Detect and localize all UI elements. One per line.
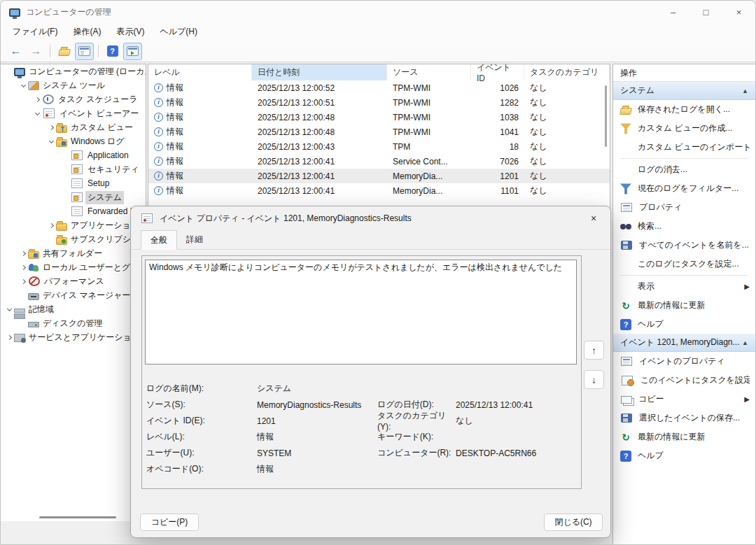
up-one-level-button[interactable]: [55, 43, 74, 60]
tree-item-application-log[interactable]: Application: [1, 148, 146, 162]
menu-view[interactable]: 表示(V): [108, 23, 152, 41]
event-row[interactable]: i情報 2025/12/13 12:00:48 TPM-WMI 1041 なし: [148, 125, 610, 139]
event-row[interactable]: i情報 2025/12/13 12:00:43 TPM 18 なし: [148, 139, 610, 154]
tree-item-computer-management[interactable]: コンピューターの管理 (ローカル): [1, 64, 146, 78]
chevron-right-icon[interactable]: [49, 125, 54, 129]
users-icon: [28, 262, 39, 273]
action-save-all-events[interactable]: すべてのイベントを名前を...: [613, 236, 755, 255]
column-header-source[interactable]: ソース: [387, 64, 471, 80]
tab-details[interactable]: 詳細: [177, 230, 212, 250]
chevron-right-icon[interactable]: [21, 264, 26, 269]
chevron-down-icon[interactable]: [35, 110, 40, 115]
action-find[interactable]: 検索...: [613, 217, 755, 236]
close-button[interactable]: ×: [722, 1, 755, 23]
refresh-icon: ↻: [620, 300, 631, 311]
tree-item-system-tools[interactable]: システム ツール: [1, 78, 146, 92]
action-pane-toggle-button[interactable]: [123, 43, 142, 60]
level-cell: 情報: [167, 141, 183, 153]
event-row[interactable]: i情報 2025/12/13 12:00:52 TPM-WMI 1026 なし: [148, 80, 610, 95]
action-clear-log[interactable]: ログの消去...: [613, 160, 755, 179]
chevron-down-icon[interactable]: [7, 306, 12, 311]
tree-item-services-applications[interactable]: サービスとアプリケーション: [1, 330, 146, 344]
tab-general[interactable]: 全般: [141, 230, 177, 250]
toolbar-separator: [50, 45, 50, 57]
column-header-level[interactable]: レベル: [148, 64, 252, 80]
action-help-event[interactable]: ?ヘルプ: [613, 446, 755, 465]
console-tree-toggle-button[interactable]: [75, 43, 94, 60]
action-create-custom-view[interactable]: カスタム ビューの作成...: [613, 119, 755, 138]
field-value-source: MemoryDiagnostics-Results: [257, 400, 361, 410]
action-filter-current-log[interactable]: 現在のログをフィルター...: [613, 179, 755, 198]
tree-item-shared-folders[interactable]: 共有フォルダー: [1, 246, 146, 260]
action-properties[interactable]: プロパティ: [613, 198, 755, 217]
action-save-selected-events[interactable]: 選択したイベントの保存...: [613, 409, 755, 427]
copy-button[interactable]: コピー(P): [140, 514, 199, 531]
action-import-custom-view[interactable]: カスタム ビューのインポート...: [613, 138, 755, 157]
tree-item-performance[interactable]: パフォーマンス: [1, 274, 146, 288]
next-event-button[interactable]: ↓: [584, 370, 604, 389]
field-label-log-name: ログの名前(M):: [146, 383, 257, 395]
back-button[interactable]: ←: [6, 43, 25, 60]
actions-section-system-header[interactable]: システム ▲: [613, 82, 755, 100]
help-button[interactable]: ?: [103, 43, 122, 60]
chevron-right-icon[interactable]: [7, 334, 12, 339]
event-description[interactable]: Windows メモリ診断によりコンピューターのメモリがテストされましたが、エラ…: [145, 260, 577, 364]
tree-item-event-viewer[interactable]: イベント ビューアー: [1, 106, 146, 120]
dialog-close-button[interactable]: ×: [581, 208, 606, 228]
action-open-saved-log[interactable]: 保存されたログを開く...: [613, 100, 755, 119]
tree-item-local-users-groups[interactable]: ローカル ユーザーとグル: [1, 260, 146, 274]
event-viewer-icon: [43, 108, 55, 118]
close-dialog-button[interactable]: 閉じる(C): [544, 514, 603, 531]
action-refresh-event[interactable]: ↻最新の情報に更新: [613, 427, 755, 446]
tree-item-custom-views[interactable]: カスタム ビュー: [1, 120, 146, 134]
column-header-datetime[interactable]: 日付と時刻: [252, 64, 387, 80]
action-view-submenu[interactable]: 表示▶: [613, 277, 755, 296]
tree-item-setup-log[interactable]: Setup: [1, 176, 146, 190]
event-row[interactable]: i情報 2025/12/13 12:00:41 Service Cont... …: [148, 154, 610, 169]
event-row[interactable]: i情報 2025/12/13 12:00:48 TPM-WMI 1038 なし: [148, 110, 610, 125]
datetime-cell: 2025/12/13 12:00:51: [252, 98, 387, 108]
tree-item-device-manager[interactable]: デバイス マネージャー: [1, 288, 146, 302]
event-row-selected[interactable]: i情報 2025/12/13 12:00:41 MemoryDia... 120…: [148, 169, 610, 183]
chevron-right-icon[interactable]: [21, 250, 26, 255]
chevron-right-icon[interactable]: [35, 97, 40, 101]
chevron-down-icon[interactable]: [49, 138, 54, 143]
chevron-right-icon[interactable]: [21, 278, 26, 283]
minimize-button[interactable]: –: [657, 1, 690, 23]
action-event-properties[interactable]: イベントのプロパティ: [613, 352, 755, 371]
tree-item-system-log[interactable]: システム: [1, 190, 146, 204]
tree-item-subscriptions[interactable]: サブスクリプション: [1, 232, 146, 246]
event-id-cell: 1026: [471, 83, 524, 93]
tree-item-windows-logs[interactable]: Windows ログ: [1, 134, 146, 148]
datetime-cell: 2025/12/13 12:00:52: [252, 83, 387, 93]
help-icon: ?: [107, 45, 118, 57]
event-row[interactable]: i情報 2025/12/13 12:00:41 MemoryDia... 110…: [148, 183, 610, 198]
action-attach-task-to-event[interactable]: このイベントにタスクを設定...: [613, 371, 755, 390]
source-cell: TPM-WMI: [387, 113, 471, 122]
action-refresh[interactable]: ↻最新の情報に更新: [613, 296, 755, 315]
event-row[interactable]: i情報 2025/12/13 12:00:51 TPM-WMI 1282 なし: [148, 95, 610, 110]
action-help[interactable]: ?ヘルプ: [613, 315, 755, 334]
previous-event-button[interactable]: ↑: [584, 341, 604, 360]
column-header-task-category[interactable]: タスクのカテゴリ: [524, 64, 610, 80]
action-attach-task-to-log[interactable]: このログにタスクを設定...: [613, 255, 755, 274]
tree-item-security-log[interactable]: セキュリティ: [1, 162, 146, 176]
tree-item-task-scheduler[interactable]: タスク スケジューラ: [1, 92, 146, 106]
level-cell: 情報: [167, 185, 183, 197]
forward-button[interactable]: →: [27, 43, 46, 60]
menu-file[interactable]: ファイル(F): [5, 23, 65, 41]
chevron-down-icon[interactable]: [21, 82, 26, 87]
actions-section-event-header[interactable]: イベント 1201, MemoryDiagn... ▲: [613, 334, 755, 352]
tree-item-forwarded-events-log[interactable]: Forwarded Ev: [1, 204, 146, 218]
menu-action[interactable]: 操作(A): [65, 23, 108, 41]
info-icon: i: [154, 83, 163, 92]
chevron-right-icon[interactable]: [49, 222, 54, 227]
horizontal-scrollbar[interactable]: [39, 516, 116, 518]
tree-item-applications-services-logs[interactable]: アプリケーションとサ: [1, 218, 146, 232]
vertical-scrollbar[interactable]: [605, 85, 607, 147]
menu-help[interactable]: ヘルプ(H): [152, 23, 205, 41]
tree-item-storage[interactable]: 記憶域: [1, 302, 146, 316]
action-copy-submenu[interactable]: コピー▶: [613, 390, 755, 409]
column-header-event-id[interactable]: イベント ID: [471, 64, 524, 80]
maximize-button[interactable]: □: [690, 1, 722, 23]
